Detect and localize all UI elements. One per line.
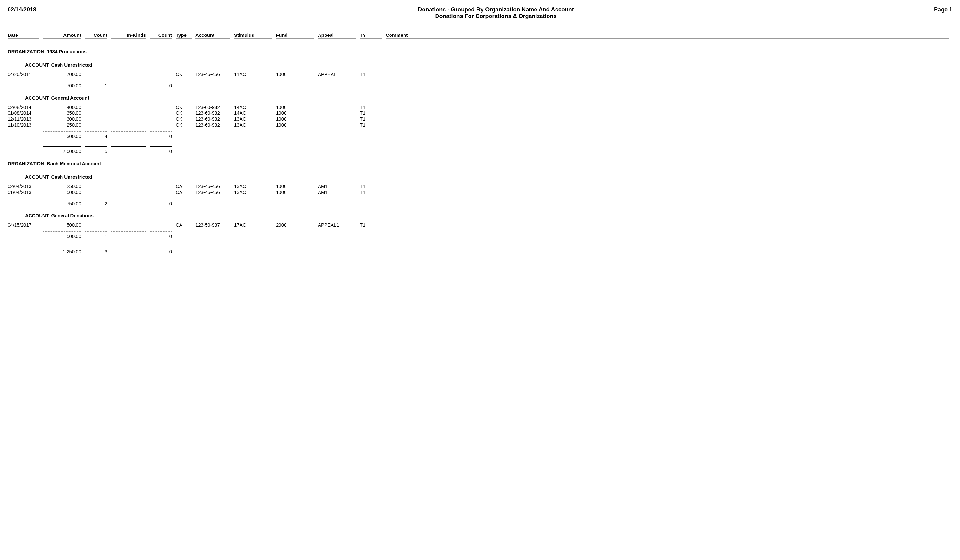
cell-count2	[150, 104, 172, 110]
donation-row: 02/04/2013250.00CA123-45-45613AC1000AM1T…	[8, 183, 952, 189]
report-title: Donations - Grouped By Organization Name…	[71, 6, 921, 13]
account-subtotal-row: 1,300.0040	[8, 131, 952, 139]
cell-stimulus: 14AC	[234, 110, 272, 116]
cell-fund: 1000	[276, 183, 314, 189]
donation-row: 11/10/2013250.00CK123-60-93213AC1000T1	[8, 122, 952, 128]
cell-comment	[386, 183, 949, 189]
cell-fund: 1000	[276, 122, 314, 128]
cell-type: CA	[176, 222, 192, 228]
report-subtitle: Donations For Corporations & Organizatio…	[71, 13, 921, 20]
organization-total-count1: 5	[85, 146, 107, 155]
cell-stimulus: 13AC	[234, 116, 272, 122]
organization-header: ORGANIZATION: Bach Memorial Account	[8, 161, 952, 166]
cell-amount: 250.00	[43, 122, 81, 128]
cell-count2	[150, 116, 172, 122]
cell-appeal: APPEAL1	[318, 71, 356, 77]
col-header-stimulus: Stimulus	[234, 32, 272, 39]
account-subtotal-count1: 4	[85, 131, 107, 139]
organization-total-amount: 1,250.00	[43, 246, 81, 255]
organization-total-inkinds	[111, 246, 146, 255]
account-subtotal-count1: 1	[85, 81, 107, 89]
cell-fund: 1000	[276, 71, 314, 77]
cell-count2	[150, 183, 172, 189]
account-subtotal-row: 700.0010	[8, 81, 952, 89]
cell-stimulus: 17AC	[234, 222, 272, 228]
cell-type: CK	[176, 116, 192, 122]
cell-ty: T1	[360, 110, 382, 116]
report-title-block: Donations - Grouped By Organization Name…	[71, 6, 921, 20]
account-subtotal-count1: 2	[85, 198, 107, 207]
cell-fund: 1000	[276, 116, 314, 122]
organization-header: ORGANIZATION: 1984 Productions	[8, 49, 952, 54]
cell-count2	[150, 122, 172, 128]
cell-appeal	[318, 116, 356, 122]
cell-stimulus: 13AC	[234, 183, 272, 189]
cell-ty: T1	[360, 183, 382, 189]
cell-date: 02/04/2013	[8, 183, 39, 189]
cell-inkinds	[111, 189, 146, 195]
cell-ty: T1	[360, 104, 382, 110]
account-subtotal-count2: 0	[150, 131, 172, 139]
cell-comment	[386, 189, 949, 195]
donation-row: 02/08/2014400.00CK123-60-93214AC1000T1	[8, 104, 952, 110]
cell-type: CK	[176, 104, 192, 110]
cell-ty: T1	[360, 189, 382, 195]
account-subtotal-amount: 1,300.00	[43, 131, 81, 139]
cell-appeal: APPEAL1	[318, 222, 356, 228]
organization-total-count2: 0	[150, 246, 172, 255]
cell-amount: 500.00	[43, 222, 81, 228]
cell-count1	[85, 189, 107, 195]
cell-type: CK	[176, 71, 192, 77]
organization-total-date-spacer	[8, 246, 39, 255]
donation-row: 01/08/2014350.00CK123-60-93214AC1000T1	[8, 110, 952, 116]
cell-amount: 300.00	[43, 116, 81, 122]
cell-count1	[85, 122, 107, 128]
cell-stimulus: 11AC	[234, 71, 272, 77]
cell-count1	[85, 110, 107, 116]
cell-comment	[386, 222, 949, 228]
cell-appeal	[318, 110, 356, 116]
cell-fund: 1000	[276, 110, 314, 116]
organization-total-date-spacer	[8, 146, 39, 155]
column-headers: Date Amount Count In-Kinds Count Type Ac…	[8, 32, 952, 39]
account-header: ACCOUNT: General Account	[25, 95, 952, 101]
col-header-fund: Fund	[276, 32, 314, 39]
cell-account: 123-45-456	[195, 71, 230, 77]
account-subtotal-count1: 1	[85, 231, 107, 240]
account-subtotal-count2: 0	[150, 231, 172, 240]
cell-date: 04/15/2017	[8, 222, 39, 228]
cell-amount: 250.00	[43, 183, 81, 189]
cell-date: 11/10/2013	[8, 122, 39, 128]
account-header: ACCOUNT: Cash Unrestricted	[25, 62, 952, 67]
cell-inkinds	[111, 110, 146, 116]
cell-fund: 1000	[276, 189, 314, 195]
cell-appeal	[318, 122, 356, 128]
cell-date: 02/08/2014	[8, 104, 39, 110]
cell-amount: 400.00	[43, 104, 81, 110]
donation-row: 12/11/2013300.00CK123-60-93213AC1000T1	[8, 116, 952, 122]
cell-inkinds	[111, 104, 146, 110]
cell-inkinds	[111, 71, 146, 77]
cell-count1	[85, 116, 107, 122]
account-subtotal-inkinds	[111, 131, 146, 139]
cell-account: 123-60-932	[195, 116, 230, 122]
col-header-count2: Count	[150, 32, 172, 39]
cell-stimulus: 13AC	[234, 189, 272, 195]
account-subtotal-date-spacer	[8, 231, 39, 240]
account-subtotal-count2: 0	[150, 81, 172, 89]
account-subtotal-row: 750.0020	[8, 198, 952, 207]
cell-inkinds	[111, 222, 146, 228]
col-header-account: Account	[195, 32, 230, 39]
report-header: 02/14/2018 Donations - Grouped By Organi…	[8, 6, 952, 20]
account-header: ACCOUNT: General Donations	[25, 213, 952, 218]
cell-count2	[150, 71, 172, 77]
organization-total-count1: 3	[85, 246, 107, 255]
cell-account: 123-60-932	[195, 122, 230, 128]
col-header-count1: Count	[85, 32, 107, 39]
cell-date: 01/04/2013	[8, 189, 39, 195]
account-subtotal-date-spacer	[8, 81, 39, 89]
organization-total-count2: 0	[150, 146, 172, 155]
cell-type: CA	[176, 189, 192, 195]
cell-date: 12/11/2013	[8, 116, 39, 122]
cell-count1	[85, 183, 107, 189]
